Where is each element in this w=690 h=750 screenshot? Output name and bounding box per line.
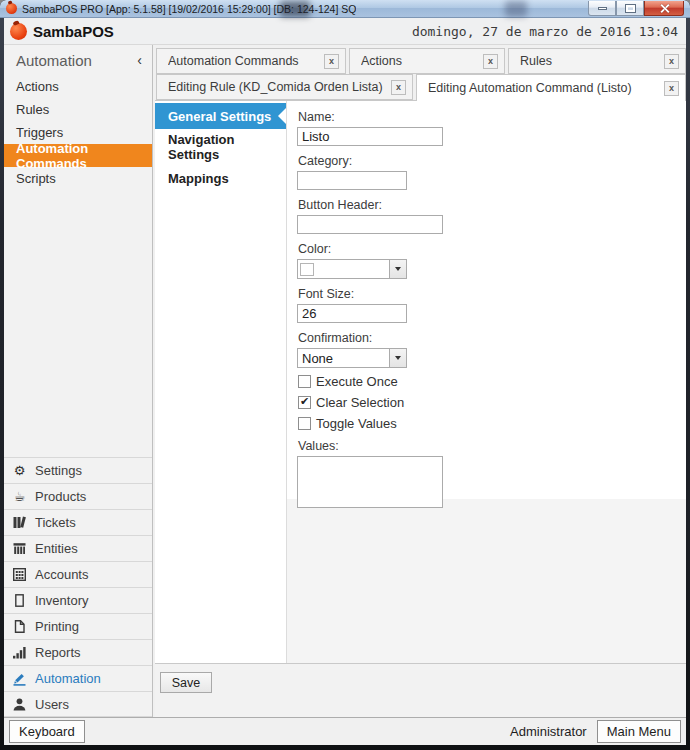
font-size-label: Font Size: (298, 287, 676, 301)
clear-selection-label: Clear Selection (316, 395, 404, 410)
close-tab-icon[interactable]: x (483, 54, 498, 69)
close-icon (659, 4, 670, 13)
form-region: Name: Category: Button Header: Color: (287, 101, 686, 663)
sambapos-logo-icon (10, 23, 27, 40)
sidebar-item-label: Printing (35, 619, 79, 634)
name-label: Name: (298, 110, 676, 124)
minimize-icon (598, 7, 607, 10)
toggle-values-checkbox[interactable]: ✔ (298, 417, 311, 430)
app-header: SambaPOS domingo, 27 de marzo de 2016 13… (4, 18, 686, 45)
sidebar-item-reports[interactable]: Reports (4, 639, 152, 665)
color-dropdown[interactable] (297, 259, 407, 279)
gear-icon: ⚙ (11, 463, 28, 478)
close-tab-icon[interactable]: x (391, 80, 406, 95)
category-label: Category: (298, 154, 676, 168)
tab-label: Automation Commands (168, 54, 318, 68)
sidebar-item-entities[interactable]: Entities (4, 535, 152, 561)
sidebar-item-label: Settings (35, 463, 82, 478)
calculator-icon (11, 567, 28, 582)
bank-icon (11, 541, 28, 556)
main-area: Automation Commands x Actions x Rules x … (153, 45, 686, 717)
sidebar: Automation ‹ Actions Rules Triggers Auto… (4, 45, 153, 717)
dropdown-arrow-icon[interactable] (389, 260, 406, 278)
check-icon: ✔ (300, 396, 309, 407)
execute-once-checkbox-row[interactable]: ✔ Execute Once (298, 374, 676, 389)
button-header-label: Button Header: (298, 198, 676, 212)
tab-actions[interactable]: Actions x (349, 48, 505, 74)
sidebar-item-scripts[interactable]: Scripts (4, 167, 152, 190)
execute-once-label: Execute Once (316, 374, 398, 389)
tab-row-editors: Editing Rule (KD_Comida Orden Lista) x E… (155, 74, 686, 100)
sidebar-item-label: Products (35, 489, 86, 504)
close-tab-icon[interactable]: x (664, 81, 679, 96)
sidebar-item-label: Reports (35, 645, 81, 660)
close-tab-icon[interactable]: x (324, 54, 339, 69)
sidebar-item-automation[interactable]: Automation (4, 665, 152, 691)
footer-bar: Keyboard Administrator Main Menu (4, 717, 686, 745)
sidebar-item-label: Automation (35, 671, 101, 686)
app-icon (6, 3, 17, 14)
sidebar-item-automation-commands[interactable]: Automation Commands (4, 144, 152, 167)
tab-editing-rule[interactable]: Editing Rule (KD_Comida Orden Lista) x (156, 74, 413, 100)
dropdown-arrow-icon[interactable] (389, 349, 406, 367)
close-tab-icon[interactable]: x (664, 54, 679, 69)
titlebar: SambaPOS PRO [App: 5.1.58] [19/02/2016 1… (0, 0, 690, 18)
values-textarea[interactable] (297, 456, 443, 508)
minimize-button[interactable] (588, 1, 616, 16)
sidebar-item-label: Tickets (35, 515, 76, 530)
titlebar-glass-artifact (280, 1, 310, 17)
category-input[interactable] (297, 171, 407, 190)
editor-nav: General Settings Navigation Settings Map… (155, 101, 287, 663)
toggle-values-checkbox-row[interactable]: ✔ Toggle Values (298, 416, 676, 431)
sidebar-item-rules[interactable]: Rules (4, 98, 152, 121)
coffee-cup-icon: ☕ (11, 489, 28, 504)
toggle-values-label: Toggle Values (316, 416, 397, 431)
sidebar-item-users[interactable]: Users (4, 691, 152, 717)
collapse-sidebar-icon[interactable]: ‹ (137, 52, 142, 68)
sidebar-item-tickets[interactable]: Tickets (4, 509, 152, 535)
editor-content: General Settings Navigation Settings Map… (155, 100, 686, 663)
sidebar-item-label: Inventory (35, 593, 88, 608)
sidebar-spacer (4, 190, 152, 457)
clear-selection-checkbox[interactable]: ✔ (298, 396, 311, 409)
save-row: Save (155, 663, 686, 717)
maximize-icon (626, 5, 635, 12)
save-button[interactable]: Save (160, 672, 212, 693)
general-settings-form: Name: Category: Button Header: Color: (287, 101, 686, 499)
nav-item-navigation-settings[interactable]: Navigation Settings (155, 134, 286, 160)
button-header-input[interactable] (297, 215, 443, 234)
confirmation-dropdown[interactable]: None (297, 348, 407, 368)
main-menu-button[interactable]: Main Menu (597, 720, 681, 743)
font-size-input[interactable] (297, 304, 407, 323)
close-button[interactable] (644, 1, 684, 16)
sidebar-item-products[interactable]: ☕ Products (4, 483, 152, 509)
sidebar-section-title: Automation (16, 52, 92, 69)
header-datetime: domingo, 27 de marzo de 2016 13:04 (412, 24, 678, 39)
values-label: Values: (298, 439, 676, 453)
color-swatch (300, 263, 314, 276)
keyboard-button[interactable]: Keyboard (9, 720, 85, 743)
execute-once-checkbox[interactable]: ✔ (298, 375, 311, 388)
sidebar-item-printing[interactable]: Printing (4, 613, 152, 639)
sidebar-item-accounts[interactable]: Accounts (4, 561, 152, 587)
tab-row-modules: Automation Commands x Actions x Rules x (155, 48, 686, 74)
sidebar-item-inventory[interactable]: Inventory (4, 587, 152, 613)
maximize-button[interactable] (616, 1, 644, 16)
name-input[interactable] (297, 127, 443, 146)
nav-item-general-settings[interactable]: General Settings (155, 103, 286, 129)
tab-editing-automation-command[interactable]: Editing Automation Command (Listo) x (416, 74, 686, 101)
tab-rules[interactable]: Rules x (508, 48, 686, 74)
window-controls (588, 1, 684, 16)
sidebar-item-actions[interactable]: Actions (4, 75, 152, 98)
sidebar-item-settings[interactable]: ⚙ Settings (4, 457, 152, 483)
books-icon (11, 515, 28, 530)
clear-selection-checkbox-row[interactable]: ✔ Clear Selection (298, 395, 676, 410)
tab-label: Editing Automation Command (Listo) (428, 81, 658, 95)
tab-automation-commands[interactable]: Automation Commands x (156, 48, 346, 74)
sidebar-item-label: Accounts (35, 567, 88, 582)
nav-item-mappings[interactable]: Mappings (155, 165, 286, 191)
document-icon (11, 619, 28, 634)
confirmation-value: None (298, 351, 389, 366)
sidebar-item-label: Entities (35, 541, 78, 556)
sidebar-section-header: Automation ‹ (4, 45, 152, 75)
